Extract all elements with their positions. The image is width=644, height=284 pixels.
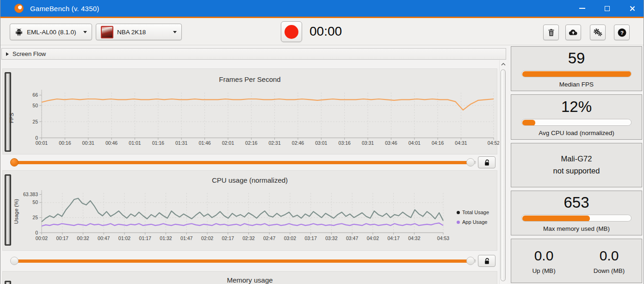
- fps-chart-svg: 00:0100:1600:3100:4601:0101:1601:3101:46…: [13, 86, 498, 154]
- cpu-vertical-zoom-slider[interactable]: [5, 174, 11, 246]
- gpu-card: Mali-G72 not supported: [511, 143, 642, 187]
- chevron-up-icon[interactable]: [501, 63, 506, 66]
- svg-text:25: 25: [32, 215, 38, 220]
- nba2k18-cover-icon: [101, 26, 113, 38]
- legend-item-app-usage: App Usage: [457, 219, 489, 225]
- svg-text:0: 0: [35, 230, 38, 235]
- close-icon: [629, 6, 635, 12]
- memory-chart-panel: Memory usage: [2, 271, 497, 284]
- svg-text:04:02: 04:02: [367, 235, 379, 241]
- svg-text:03:02: 03:02: [284, 235, 296, 241]
- svg-text:04:17: 04:17: [387, 235, 399, 241]
- svg-text:01:32: 01:32: [160, 235, 172, 241]
- record-button[interactable]: [281, 21, 302, 42]
- close-button[interactable]: [619, 0, 644, 17]
- maximize-icon: [605, 6, 610, 11]
- svg-text:01:46: 01:46: [198, 140, 211, 146]
- slider-fill: [13, 161, 471, 164]
- screen-flow-label: Screen Flow: [12, 50, 46, 57]
- median-fps-value: 59: [568, 49, 585, 67]
- unlock-icon: [484, 258, 490, 265]
- minimize-button[interactable]: [570, 0, 594, 17]
- window-controls: [570, 0, 644, 17]
- median-fps-label: Median FPS: [559, 81, 594, 88]
- svg-text:00:31: 00:31: [82, 140, 94, 146]
- slider-handle: [6, 282, 10, 284]
- cpu-lock-button[interactable]: [478, 255, 495, 267]
- memory-vertical-zoom-slider[interactable]: [5, 281, 11, 284]
- cloud-upload-icon: [569, 29, 578, 36]
- help-button[interactable]: ?: [614, 25, 630, 40]
- screen-flow-header[interactable]: Screen Flow: [1, 48, 506, 60]
- gamebench-window: GameBench (v. 4350) EML-AL00 (8.1.0): [0, 0, 644, 284]
- svg-text:02:02: 02:02: [201, 235, 213, 241]
- unlock-icon: [484, 159, 490, 166]
- help-icon: ?: [618, 28, 626, 37]
- svg-text:02:47: 02:47: [263, 235, 275, 241]
- fps-lock-button[interactable]: [478, 156, 495, 168]
- svg-text:00:47: 00:47: [98, 235, 110, 241]
- svg-text:04:01: 04:01: [409, 140, 421, 146]
- maximize-button[interactable]: [594, 0, 619, 17]
- session-timer: 00:00: [310, 24, 342, 39]
- fps-chart-title: Frames Per Second: [17, 75, 483, 83]
- cloud-upload-button[interactable]: [565, 25, 581, 40]
- bar-fill: [522, 120, 535, 126]
- svg-text:04:16: 04:16: [432, 140, 444, 146]
- gpu-name: Mali-G72: [561, 153, 592, 165]
- record-circle-icon: [285, 25, 298, 39]
- svg-text:02:16: 02:16: [245, 140, 257, 146]
- trash-icon: [548, 29, 555, 37]
- svg-text:01:47: 01:47: [180, 235, 192, 241]
- svg-text:0: 0: [35, 135, 38, 141]
- slider-handle: [6, 74, 10, 150]
- cpu-chart-legend: Total Usage App Usage: [457, 210, 489, 225]
- chevron-down-icon: [83, 31, 87, 33]
- legend-item-total-usage: Total Usage: [457, 210, 489, 215]
- delete-button[interactable]: [543, 25, 559, 40]
- range-end-handle[interactable]: [466, 158, 475, 167]
- title-bar: GameBench (v. 4350): [0, 0, 644, 17]
- svg-text:02:46: 02:46: [292, 140, 304, 146]
- median-fps-bar: [521, 70, 632, 77]
- main-content: Screen Flow Frames Per Second FPS 00:010…: [0, 46, 644, 284]
- collapse-arrow-icon: [6, 52, 9, 56]
- range-start-handle[interactable]: [10, 257, 19, 265]
- network-card: 0.0 Up (MB) 0.0 Down (MB): [511, 239, 642, 283]
- svg-text:03:31: 03:31: [362, 140, 374, 146]
- max-memory-card: 653 Max memory used (MB): [511, 191, 642, 235]
- settings-button[interactable]: [590, 25, 606, 40]
- slider-handle: [6, 176, 10, 244]
- minimize-icon: [579, 8, 585, 9]
- svg-text:02:17: 02:17: [222, 235, 234, 241]
- svg-text:03:01: 03:01: [315, 140, 327, 146]
- charts-scrollbar[interactable]: [499, 60, 507, 284]
- device-dropdown[interactable]: EML-AL00 (8.1.0): [10, 24, 92, 40]
- cpu-time-range-slider: [0, 255, 500, 267]
- svg-text:50: 50: [32, 199, 38, 205]
- svg-text:03:46: 03:46: [385, 140, 397, 146]
- range-end-handle[interactable]: [466, 257, 475, 265]
- slider-fill: [13, 259, 471, 263]
- svg-text:02:32: 02:32: [242, 235, 254, 241]
- avg-cpu-card: 12% Avg CPU load (normalized): [511, 94, 642, 140]
- gamebench-logo-icon: [14, 4, 24, 13]
- memory-chart-title: Memory usage: [17, 276, 483, 284]
- fps-vertical-zoom-slider[interactable]: [5, 72, 11, 152]
- upload-label: Up (MB): [532, 267, 555, 274]
- fps-time-range-slider: [0, 156, 500, 168]
- svg-text:01:16: 01:16: [152, 140, 164, 146]
- avg-cpu-value: 12%: [561, 98, 592, 116]
- max-memory-label: Max memory used (MB): [543, 225, 610, 232]
- app-dropdown[interactable]: NBA 2K18: [96, 24, 182, 40]
- svg-text:50: 50: [32, 103, 38, 108]
- median-fps-card: 59 Median FPS: [511, 46, 642, 91]
- svg-text:01:02: 01:02: [118, 235, 130, 241]
- range-start-handle[interactable]: [10, 158, 19, 167]
- avg-cpu-bar: [521, 119, 632, 126]
- svg-text:04:52: 04:52: [488, 140, 500, 146]
- svg-text:03:16: 03:16: [339, 140, 351, 146]
- svg-text:66: 66: [32, 92, 38, 98]
- cpu-chart-svg: 00:0200:1700:3200:4701:0201:1701:3201:47…: [13, 185, 498, 249]
- scrollbar-thumb[interactable]: [501, 69, 506, 281]
